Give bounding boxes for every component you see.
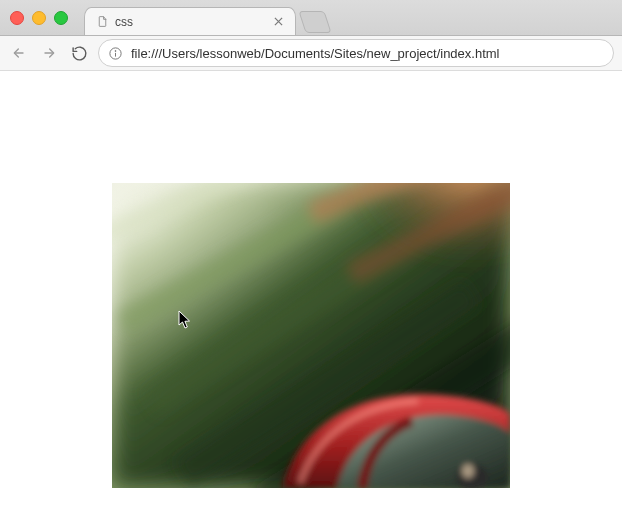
svg-point-14 <box>462 464 474 478</box>
address-bar[interactable] <box>98 39 614 67</box>
content-image <box>112 183 510 488</box>
reload-button[interactable] <box>68 42 90 64</box>
window-close-button[interactable] <box>10 11 24 25</box>
url-input[interactable] <box>129 45 605 62</box>
new-tab-button[interactable] <box>298 11 331 33</box>
browser-tab[interactable]: css <box>84 7 296 35</box>
browser-chrome: css <box>0 0 622 71</box>
info-icon[interactable] <box>107 45 123 61</box>
window-controls <box>0 0 78 35</box>
page-viewport <box>0 71 622 519</box>
tab-title: css <box>115 15 271 29</box>
back-button[interactable] <box>8 42 30 64</box>
file-icon <box>95 15 109 29</box>
close-icon[interactable] <box>271 15 285 29</box>
window-minimize-button[interactable] <box>32 11 46 25</box>
tab-strip: css <box>0 0 622 36</box>
svg-point-2 <box>115 50 116 51</box>
window-zoom-button[interactable] <box>54 11 68 25</box>
browser-toolbar <box>0 36 622 71</box>
forward-button[interactable] <box>38 42 60 64</box>
